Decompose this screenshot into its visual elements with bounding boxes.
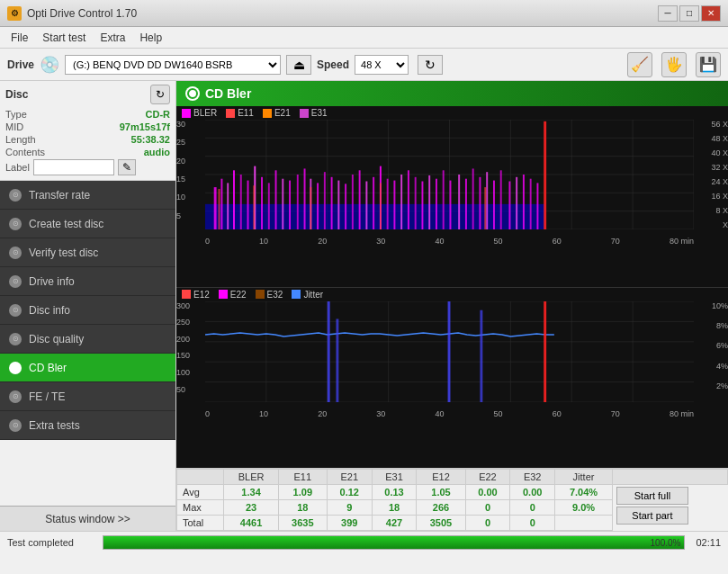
drive-select[interactable]: (G:) BENQ DVD DD DW1640 BSRB bbox=[65, 55, 281, 75]
legend-e22: E22 bbox=[230, 290, 247, 300]
menu-help[interactable]: Help bbox=[132, 30, 169, 46]
time-display: 02:11 bbox=[688, 537, 728, 548]
disc-label-label: Label bbox=[5, 162, 30, 173]
menu-extra[interactable]: Extra bbox=[93, 30, 132, 46]
stats-area: BLER E11 E21 E31 E12 E22 E32 Jitter Avg bbox=[176, 468, 728, 531]
disc-length-value: 55:38.32 bbox=[131, 134, 170, 145]
menubar: File Start test Extra Help bbox=[0, 27, 728, 49]
legend-e32: E32 bbox=[267, 290, 283, 300]
stats-max-e12: 266 bbox=[417, 500, 465, 516]
stats-avg-jitter: 7.04% bbox=[555, 485, 613, 500]
transfer-rate-icon: ⊙ bbox=[9, 189, 22, 202]
start-full-button[interactable]: Start full bbox=[616, 487, 688, 505]
save-icon[interactable]: 💾 bbox=[696, 52, 721, 77]
minimize-button[interactable]: ─ bbox=[658, 5, 678, 22]
titlebar: ⚙ Opti Drive Control 1.70 ─ □ ✕ bbox=[0, 0, 728, 27]
settings-icon[interactable]: 🖐 bbox=[661, 52, 687, 77]
nav-extra-tests-label: Extra tests bbox=[29, 419, 80, 432]
disc-label-input[interactable] bbox=[33, 159, 114, 175]
speed-select[interactable]: 48 X bbox=[355, 55, 409, 75]
disc-quality-icon: ⊙ bbox=[9, 333, 22, 345]
top-chart: 30 25 20 15 10 5 56 X 48 X 40 X 32 X 24 … bbox=[176, 120, 728, 246]
nav-disc-quality[interactable]: ⊙ Disc quality bbox=[0, 325, 175, 354]
stats-avg-e31: 0.13 bbox=[372, 485, 417, 500]
stats-header-e21: E21 bbox=[327, 470, 372, 485]
erase-icon[interactable]: 🧹 bbox=[627, 52, 652, 77]
disc-type-value: CD-R bbox=[146, 109, 171, 120]
drivebar: Drive 💿 (G:) BENQ DVD DD DW1640 BSRB ⏏ S… bbox=[0, 49, 728, 81]
nav-verify-test-disc[interactable]: ⊙ Verify test disc bbox=[0, 238, 175, 267]
refresh-button[interactable]: ↻ bbox=[418, 55, 443, 75]
drive-label: Drive bbox=[7, 58, 34, 71]
create-test-disc-icon: ⊙ bbox=[9, 218, 22, 230]
disc-label-edit-button[interactable]: ✎ bbox=[118, 159, 136, 175]
svg-rect-67 bbox=[310, 187, 311, 229]
svg-rect-34 bbox=[331, 177, 333, 229]
close-button[interactable]: ✕ bbox=[701, 5, 721, 22]
nav-create-test-disc[interactable]: ⊙ Create test disc bbox=[0, 210, 175, 238]
stats-max-bler: 23 bbox=[224, 500, 278, 516]
nav-drive-info[interactable]: ⊙ Drive info bbox=[0, 267, 175, 296]
sidebar: Disc ↻ Type CD-R MID 97m15s17f Length 55… bbox=[0, 81, 176, 531]
menu-file[interactable]: File bbox=[4, 30, 35, 46]
nav-create-test-disc-label: Create test disc bbox=[29, 218, 103, 230]
app-icon: ⚙ bbox=[7, 6, 22, 21]
svg-rect-52 bbox=[458, 175, 460, 229]
extra-tests-icon: ⊙ bbox=[9, 419, 22, 432]
stats-header-jitter: Jitter bbox=[555, 470, 613, 485]
eject-button[interactable]: ⏏ bbox=[286, 55, 311, 75]
maximize-button[interactable]: □ bbox=[679, 5, 699, 22]
svg-rect-20 bbox=[233, 170, 235, 229]
start-part-button[interactable]: Start part bbox=[616, 507, 688, 525]
svg-rect-49 bbox=[436, 179, 437, 229]
stats-avg-e32: 0.00 bbox=[510, 485, 555, 500]
disc-length-label: Length bbox=[5, 134, 36, 145]
svg-rect-47 bbox=[421, 182, 423, 229]
svg-rect-58 bbox=[500, 170, 502, 229]
nav-cd-bler-label: CD Bler bbox=[29, 362, 67, 374]
nav-transfer-rate[interactable]: ⊙ Transfer rate bbox=[0, 181, 175, 210]
stats-max-label: Max bbox=[177, 500, 224, 516]
svg-rect-57 bbox=[493, 181, 495, 229]
disc-panel: Disc ↻ Type CD-R MID 97m15s17f Length 55… bbox=[0, 81, 175, 181]
svg-rect-59 bbox=[508, 182, 510, 229]
svg-rect-60 bbox=[516, 177, 517, 229]
nav-extra-tests[interactable]: ⊙ Extra tests bbox=[0, 411, 175, 440]
nav-transfer-rate-label: Transfer rate bbox=[29, 189, 90, 202]
nav-fe-te[interactable]: ⊙ FE / TE bbox=[0, 382, 175, 411]
svg-rect-54 bbox=[472, 168, 474, 229]
stats-avg-bler: 1.34 bbox=[224, 485, 278, 500]
content-area: CD Bler BLER E11 E21 bbox=[176, 81, 728, 531]
chart-title: CD Bler bbox=[205, 86, 251, 101]
nav-items: ⊙ Transfer rate ⊙ Create test disc ⊙ Ver… bbox=[0, 181, 175, 506]
disc-contents-value: audio bbox=[144, 147, 170, 157]
svg-rect-33 bbox=[324, 172, 326, 229]
disc-mid-value: 97m15s17f bbox=[120, 121, 170, 132]
stats-header-e32: E32 bbox=[510, 470, 555, 485]
stats-total-e32: 0 bbox=[510, 516, 555, 531]
cd-bler-icon: ⊙ bbox=[9, 362, 22, 374]
svg-rect-25 bbox=[268, 183, 270, 229]
stats-avg-e12: 1.05 bbox=[417, 485, 465, 500]
chart-header-icon bbox=[185, 86, 200, 101]
svg-rect-66 bbox=[253, 185, 255, 229]
verify-test-disc-icon: ⊙ bbox=[9, 247, 22, 259]
nav-disc-info[interactable]: ⊙ Disc info bbox=[0, 296, 175, 325]
stats-max-e31: 18 bbox=[372, 500, 417, 516]
menu-start-test[interactable]: Start test bbox=[35, 30, 93, 46]
disc-mid-label: MID bbox=[5, 121, 23, 132]
disc-refresh-button[interactable]: ↻ bbox=[150, 85, 170, 104]
legend-e11: E11 bbox=[238, 108, 254, 118]
svg-rect-62 bbox=[530, 179, 532, 229]
disc-type-label: Type bbox=[5, 109, 27, 120]
svg-rect-26 bbox=[275, 170, 277, 229]
status-window-button[interactable]: Status window >> bbox=[0, 506, 175, 531]
svg-rect-28 bbox=[289, 181, 291, 229]
svg-rect-85 bbox=[448, 301, 451, 402]
speed-label: Speed bbox=[317, 58, 349, 71]
stats-avg-e21: 0.12 bbox=[327, 485, 372, 500]
legend-e21: E21 bbox=[274, 108, 291, 118]
nav-cd-bler[interactable]: ⊙ CD Bler bbox=[0, 354, 175, 382]
nav-disc-info-label: Disc info bbox=[29, 304, 70, 317]
svg-rect-29 bbox=[297, 175, 299, 229]
